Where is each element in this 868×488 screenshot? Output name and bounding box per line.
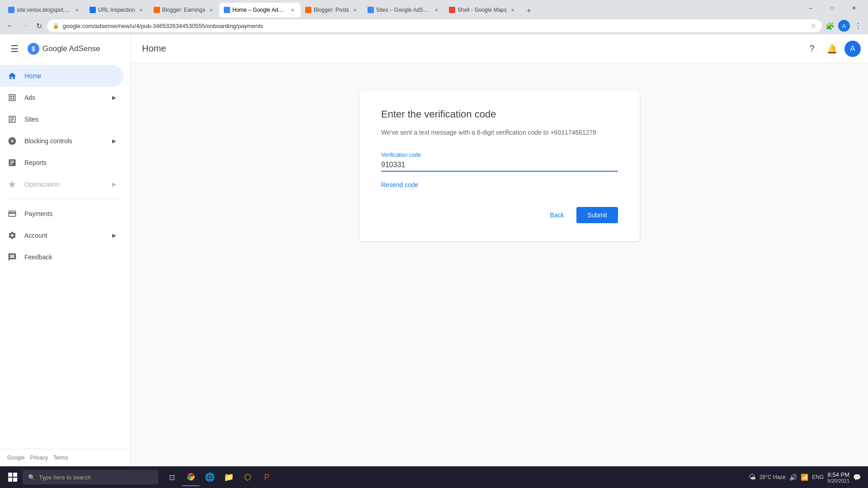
clock[interactable]: 8:54 PM 9/20/2021 bbox=[827, 471, 849, 483]
forward-button[interactable]: → bbox=[18, 19, 31, 32]
tab-2-favicon bbox=[90, 7, 96, 13]
sidebar-item-feedback[interactable]: Feedback bbox=[0, 246, 123, 268]
taskbar-app-ie[interactable]: 🌐 bbox=[201, 468, 219, 486]
sidebar-item-label-home: Home bbox=[24, 72, 41, 80]
back-button[interactable]: ← bbox=[4, 19, 16, 32]
sidebar-item-blocking-controls[interactable]: Blocking controls ▶ bbox=[0, 130, 123, 152]
reload-button[interactable]: ↻ bbox=[33, 19, 45, 32]
sidebar-footer: Google Privacy Terms bbox=[0, 449, 131, 466]
sidebar-item-ads[interactable]: Ads ▶ bbox=[0, 87, 123, 108]
footer-terms-link[interactable]: Terms bbox=[53, 455, 68, 461]
input-wrapper: Verification code bbox=[381, 150, 618, 172]
footer-privacy-link[interactable]: Privacy bbox=[30, 455, 48, 461]
sidebar-item-label-account: Account bbox=[24, 232, 47, 239]
tab-3[interactable]: Blogger: Earnings ✕ bbox=[149, 3, 219, 17]
footer-brand: Google bbox=[7, 455, 25, 461]
search-icon: 🔍 bbox=[28, 474, 35, 481]
tab-3-title: Blogger: Earnings bbox=[162, 7, 205, 13]
task-view-button[interactable]: ⊡ bbox=[163, 468, 181, 486]
taskbar-search-text: Type here to search bbox=[39, 474, 91, 481]
blocking-controls-expand-icon: ▶ bbox=[112, 138, 116, 144]
network-icon[interactable]: 📶 bbox=[801, 474, 808, 481]
chrome-more-button[interactable]: ⋮ bbox=[852, 19, 864, 32]
sidebar-item-home[interactable]: Home bbox=[0, 65, 123, 87]
feedback-icon bbox=[7, 252, 17, 262]
tab-1-favicon bbox=[8, 7, 14, 13]
tab-2-title: URL Inspection bbox=[98, 7, 135, 13]
tab-4[interactable]: Home – Google AdSe... ✕ bbox=[219, 3, 301, 17]
card-description: We've sent a text message with a 6-digit… bbox=[381, 127, 618, 137]
sidebar-item-label-payments: Payments bbox=[24, 210, 52, 217]
extensions-icon[interactable]: 🧩 bbox=[824, 19, 836, 32]
sidebar-item-label-feedback: Feedback bbox=[24, 253, 52, 261]
start-button[interactable] bbox=[4, 468, 22, 486]
new-tab-button[interactable]: + bbox=[523, 5, 535, 17]
close-window-button[interactable]: ✕ bbox=[844, 1, 864, 15]
input-label: Verification code bbox=[381, 152, 618, 158]
sidebar-item-reports[interactable]: Reports bbox=[0, 152, 123, 174]
sidebar: ☰ $ Google AdSense Home bbox=[0, 34, 131, 466]
payments-icon bbox=[7, 209, 17, 219]
tab-1-close[interactable]: ✕ bbox=[73, 6, 80, 14]
card-actions: Back Submit bbox=[381, 207, 618, 223]
tab-5[interactable]: Blogger: Posts ✕ bbox=[301, 3, 363, 17]
tab-4-close[interactable]: ✕ bbox=[289, 6, 296, 14]
address-bar[interactable]: 🔒 google.com/adsense/new/u/4/pub-3465326… bbox=[47, 19, 822, 32]
sidebar-item-account[interactable]: Account ▶ bbox=[0, 225, 123, 246]
bookmark-icon[interactable]: ☆ bbox=[811, 22, 816, 29]
optimization-expand-icon: ▶ bbox=[112, 181, 116, 188]
tab-7[interactable]: Shell - Google Maps ✕ bbox=[444, 3, 521, 17]
tab-2[interactable]: URL Inspection ✕ bbox=[85, 3, 149, 17]
verification-code-input[interactable] bbox=[381, 159, 618, 171]
sidebar-item-label-optimization: Optimization bbox=[24, 181, 60, 188]
weather-icon: 🌤 bbox=[749, 473, 756, 481]
adsense-logo-icon: $ bbox=[27, 42, 40, 55]
reports-icon bbox=[7, 158, 17, 168]
back-button-card[interactable]: Back bbox=[542, 207, 571, 223]
time-display: 8:54 PM bbox=[827, 471, 849, 478]
resend-code-link[interactable]: Resend code bbox=[381, 181, 419, 188]
tab-5-favicon bbox=[305, 7, 311, 13]
home-icon bbox=[7, 71, 17, 81]
nav-divider bbox=[7, 199, 123, 199]
address-bar-row: ← → ↻ 🔒 google.com/adsense/new/u/4/pub-3… bbox=[0, 17, 868, 34]
taskbar-app-powerpoint[interactable]: P bbox=[258, 468, 276, 486]
tab-6-title: Sites – Google AdSen... bbox=[376, 7, 430, 13]
tab-7-title: Shell - Google Maps bbox=[458, 7, 507, 13]
notification-button[interactable]: 💬 bbox=[853, 474, 861, 481]
taskbar-app-explorer[interactable]: 📁 bbox=[220, 468, 238, 486]
profile-button[interactable]: A bbox=[838, 20, 850, 32]
app-container: ☰ $ Google AdSense Home bbox=[0, 34, 868, 466]
volume-icon[interactable]: 🔊 bbox=[789, 474, 797, 481]
tab-6-close[interactable]: ✕ bbox=[433, 6, 440, 14]
menu-icon[interactable]: ☰ bbox=[5, 40, 24, 58]
lock-icon: 🔒 bbox=[52, 23, 59, 29]
tab-3-close[interactable]: ✕ bbox=[208, 6, 215, 14]
taskbar-app-chrome[interactable] bbox=[182, 468, 200, 486]
system-tray: 🌤 28°C Haze 🔊 📶 ENG 8:54 PM 9/20/2021 💬 bbox=[749, 471, 864, 483]
minimize-button[interactable]: ─ bbox=[800, 1, 821, 15]
taskbar-search-bar[interactable]: 🔍 Type here to search bbox=[23, 470, 158, 484]
optimization-icon bbox=[7, 179, 17, 189]
verification-card: Enter the verification code We've sent a… bbox=[359, 90, 640, 241]
tab-6[interactable]: Sites – Google AdSen... ✕ bbox=[363, 3, 444, 17]
ads-expand-icon: ▶ bbox=[112, 94, 116, 101]
card-title: Enter the verification code bbox=[381, 108, 618, 120]
sidebar-item-sites[interactable]: Sites bbox=[0, 108, 123, 130]
sidebar-item-optimization[interactable]: Optimization ▶ bbox=[0, 174, 123, 195]
tab-2-close[interactable]: ✕ bbox=[137, 6, 145, 14]
browser-chrome: site:veriox.blogspot.co... ✕ URL Inspect… bbox=[0, 0, 868, 34]
submit-button[interactable]: Submit bbox=[576, 207, 618, 223]
tab-7-close[interactable]: ✕ bbox=[509, 6, 516, 14]
taskbar-app-unknown1[interactable]: ⬡ bbox=[239, 468, 257, 486]
help-button[interactable]: ? bbox=[803, 40, 821, 58]
tab-bar: site:veriox.blogspot.co... ✕ URL Inspect… bbox=[0, 0, 868, 17]
restore-button[interactable]: □ bbox=[822, 1, 843, 15]
user-avatar[interactable]: A bbox=[844, 41, 861, 57]
tab-5-close[interactable]: ✕ bbox=[351, 6, 359, 14]
sidebar-item-payments[interactable]: Payments bbox=[0, 203, 123, 225]
notifications-button[interactable]: 🔔 bbox=[823, 40, 841, 58]
tab-1[interactable]: site:veriox.blogspot.co... ✕ bbox=[4, 3, 85, 17]
account-icon bbox=[7, 230, 17, 240]
url-display: google.com/adsense/new/u/4/pub-346532634… bbox=[63, 23, 807, 29]
